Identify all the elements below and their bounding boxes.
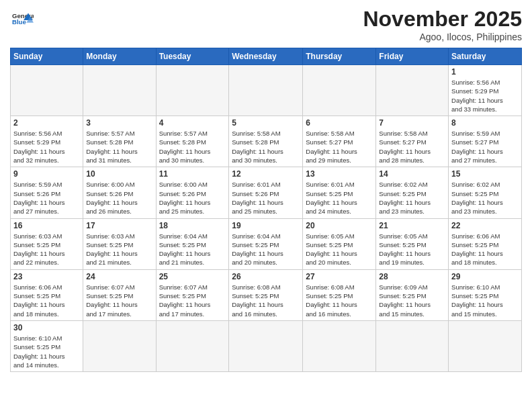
day-number: 6 <box>306 118 373 128</box>
day-number: 7 <box>379 118 445 128</box>
day-info: Sunrise: 6:02 AMSunset: 5:25 PMDaylight:… <box>379 180 445 216</box>
day-cell: 18Sunrise: 6:04 AMSunset: 5:25 PMDayligh… <box>156 218 229 269</box>
day-cell: 14Sunrise: 6:02 AMSunset: 5:25 PMDayligh… <box>376 167 449 218</box>
day-info: Sunrise: 6:06 AMSunset: 5:25 PMDaylight:… <box>13 283 80 318</box>
day-number: 13 <box>306 169 373 179</box>
day-cell: 24Sunrise: 6:07 AMSunset: 5:25 PMDayligh… <box>83 269 156 320</box>
page: General Blue November 2025 Agoo, Ilocos,… <box>0 0 532 382</box>
day-cell: 5Sunrise: 5:58 AMSunset: 5:28 PMDaylight… <box>229 116 303 167</box>
day-number: 5 <box>232 118 300 128</box>
day-number: 22 <box>451 221 519 230</box>
day-cell <box>83 320 156 371</box>
day-number: 30 <box>13 323 80 332</box>
title-block: November 2025 Agoo, Ilocos, Philippines <box>363 7 522 42</box>
day-cell: 2Sunrise: 5:56 AMSunset: 5:29 PMDaylight… <box>11 116 83 167</box>
header: General Blue November 2025 Agoo, Ilocos,… <box>10 7 522 42</box>
day-number: 24 <box>86 272 152 281</box>
day-cell: 3Sunrise: 5:57 AMSunset: 5:28 PMDaylight… <box>83 116 156 167</box>
day-cell <box>376 65 449 116</box>
day-cell: 30Sunrise: 6:10 AMSunset: 5:25 PMDayligh… <box>11 320 83 371</box>
day-number: 9 <box>13 169 80 179</box>
day-info: Sunrise: 6:05 AMSunset: 5:25 PMDaylight:… <box>379 232 445 267</box>
day-cell: 10Sunrise: 6:00 AMSunset: 5:26 PMDayligh… <box>83 167 156 218</box>
day-info: Sunrise: 6:06 AMSunset: 5:25 PMDaylight:… <box>451 232 519 267</box>
day-info: Sunrise: 6:10 AMSunset: 5:25 PMDaylight:… <box>451 283 519 318</box>
day-number: 11 <box>159 169 226 179</box>
day-cell: 9Sunrise: 5:59 AMSunset: 5:26 PMDaylight… <box>11 167 83 218</box>
day-cell <box>156 320 229 371</box>
day-info: Sunrise: 5:56 AMSunset: 5:29 PMDaylight:… <box>13 129 80 165</box>
svg-text:Blue: Blue <box>12 18 26 26</box>
day-info: Sunrise: 6:04 AMSunset: 5:25 PMDaylight:… <box>232 232 300 267</box>
day-cell: 23Sunrise: 6:06 AMSunset: 5:25 PMDayligh… <box>11 269 83 320</box>
day-number: 20 <box>306 221 373 230</box>
location-title: Agoo, Ilocos, Philippines <box>363 32 522 42</box>
logo-icon: General Blue <box>12 10 34 29</box>
day-info: Sunrise: 5:58 AMSunset: 5:27 PMDaylight:… <box>379 129 445 165</box>
day-number: 15 <box>451 169 519 179</box>
calendar-table: SundayMondayTuesdayWednesdayThursdayFrid… <box>10 48 522 372</box>
day-cell <box>83 65 156 116</box>
day-info: Sunrise: 6:03 AMSunset: 5:25 PMDaylight:… <box>86 232 152 267</box>
day-number: 14 <box>379 169 445 179</box>
day-number: 17 <box>86 221 152 230</box>
day-info: Sunrise: 6:10 AMSunset: 5:25 PMDaylight:… <box>13 334 80 369</box>
day-cell: 25Sunrise: 6:07 AMSunset: 5:25 PMDayligh… <box>156 269 229 320</box>
day-info: Sunrise: 6:00 AMSunset: 5:26 PMDaylight:… <box>86 180 152 216</box>
day-cell: 16Sunrise: 6:03 AMSunset: 5:25 PMDayligh… <box>11 218 83 269</box>
day-cell: 19Sunrise: 6:04 AMSunset: 5:25 PMDayligh… <box>229 218 303 269</box>
day-cell <box>156 65 229 116</box>
week-row-3: 16Sunrise: 6:03 AMSunset: 5:25 PMDayligh… <box>11 218 522 269</box>
day-info: Sunrise: 6:08 AMSunset: 5:25 PMDaylight:… <box>306 283 373 318</box>
day-cell: 28Sunrise: 6:09 AMSunset: 5:25 PMDayligh… <box>376 269 449 320</box>
day-info: Sunrise: 6:08 AMSunset: 5:25 PMDaylight:… <box>232 283 300 318</box>
day-cell: 12Sunrise: 6:01 AMSunset: 5:26 PMDayligh… <box>229 167 303 218</box>
weekday-header-monday: Monday <box>83 48 156 65</box>
week-row-5: 30Sunrise: 6:10 AMSunset: 5:25 PMDayligh… <box>11 320 522 371</box>
day-info: Sunrise: 6:03 AMSunset: 5:25 PMDaylight:… <box>13 232 80 267</box>
month-title: November 2025 <box>363 7 522 32</box>
day-cell <box>229 65 303 116</box>
day-number: 12 <box>232 169 300 179</box>
day-number: 8 <box>451 118 519 128</box>
day-info: Sunrise: 6:09 AMSunset: 5:25 PMDaylight:… <box>379 283 445 318</box>
day-info: Sunrise: 5:56 AMSunset: 5:29 PMDaylight:… <box>451 78 519 113</box>
day-info: Sunrise: 6:04 AMSunset: 5:25 PMDaylight:… <box>159 232 226 267</box>
week-row-0: 1Sunrise: 5:56 AMSunset: 5:29 PMDaylight… <box>11 65 522 116</box>
week-row-1: 2Sunrise: 5:56 AMSunset: 5:29 PMDaylight… <box>11 116 522 167</box>
day-cell: 26Sunrise: 6:08 AMSunset: 5:25 PMDayligh… <box>229 269 303 320</box>
day-cell: 17Sunrise: 6:03 AMSunset: 5:25 PMDayligh… <box>83 218 156 269</box>
day-cell <box>229 320 303 371</box>
day-number: 2 <box>13 118 80 128</box>
day-cell: 29Sunrise: 6:10 AMSunset: 5:25 PMDayligh… <box>449 269 522 320</box>
day-cell: 1Sunrise: 5:56 AMSunset: 5:29 PMDaylight… <box>449 65 522 116</box>
day-info: Sunrise: 5:57 AMSunset: 5:28 PMDaylight:… <box>86 129 152 165</box>
weekday-header-tuesday: Tuesday <box>156 48 229 65</box>
day-number: 16 <box>13 221 80 230</box>
day-info: Sunrise: 6:07 AMSunset: 5:25 PMDaylight:… <box>86 283 152 318</box>
logo: General Blue <box>10 10 34 32</box>
day-info: Sunrise: 6:07 AMSunset: 5:25 PMDaylight:… <box>159 283 226 318</box>
logo-text: General Blue <box>10 10 34 32</box>
day-number: 23 <box>13 272 80 281</box>
day-info: Sunrise: 6:05 AMSunset: 5:25 PMDaylight:… <box>306 232 373 267</box>
day-info: Sunrise: 5:58 AMSunset: 5:27 PMDaylight:… <box>306 129 373 165</box>
week-row-4: 23Sunrise: 6:06 AMSunset: 5:25 PMDayligh… <box>11 269 522 320</box>
weekday-header-row: SundayMondayTuesdayWednesdayThursdayFrid… <box>11 48 522 65</box>
day-cell: 21Sunrise: 6:05 AMSunset: 5:25 PMDayligh… <box>376 218 449 269</box>
day-cell: 15Sunrise: 6:02 AMSunset: 5:25 PMDayligh… <box>449 167 522 218</box>
day-cell: 27Sunrise: 6:08 AMSunset: 5:25 PMDayligh… <box>303 269 376 320</box>
day-cell <box>376 320 449 371</box>
day-info: Sunrise: 5:59 AMSunset: 5:27 PMDaylight:… <box>451 129 519 165</box>
day-info: Sunrise: 6:00 AMSunset: 5:26 PMDaylight:… <box>159 180 226 216</box>
day-number: 18 <box>159 221 226 230</box>
day-info: Sunrise: 6:01 AMSunset: 5:25 PMDaylight:… <box>306 180 373 216</box>
day-info: Sunrise: 5:57 AMSunset: 5:28 PMDaylight:… <box>159 129 226 165</box>
day-number: 26 <box>232 272 300 281</box>
day-cell: 11Sunrise: 6:00 AMSunset: 5:26 PMDayligh… <box>156 167 229 218</box>
day-cell: 6Sunrise: 5:58 AMSunset: 5:27 PMDaylight… <box>303 116 376 167</box>
day-number: 25 <box>159 272 226 281</box>
week-row-2: 9Sunrise: 5:59 AMSunset: 5:26 PMDaylight… <box>11 167 522 218</box>
day-cell: 22Sunrise: 6:06 AMSunset: 5:25 PMDayligh… <box>449 218 522 269</box>
weekday-header-sunday: Sunday <box>11 48 83 65</box>
